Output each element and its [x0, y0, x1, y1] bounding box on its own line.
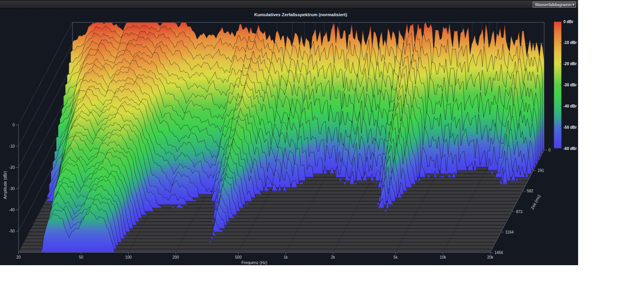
- top-toolbar: Wasserfalldiagramm ▼: [0, 0, 578, 8]
- chevron-down-icon: ▼: [572, 3, 575, 7]
- frequency-axis: 20501002005001k2k5k10k20k: [16, 252, 494, 259]
- time-tick-label: 291: [538, 168, 544, 173]
- amp-tick-label: -20: [9, 165, 15, 170]
- freq-tick-label: 2k: [331, 255, 336, 259]
- time-tick-label: 1456: [494, 251, 503, 255]
- colorbar-label: -10 dBr: [563, 40, 577, 45]
- time-tick-label: 582: [527, 189, 533, 193]
- amp-tick-label: -10: [9, 144, 15, 148]
- amp-tick-label: 0: [12, 123, 15, 127]
- amp-tick-label: -40: [9, 208, 15, 212]
- view-selector-dropdown[interactable]: Wasserfalldiagramm ▼: [533, 2, 576, 8]
- z-axis-label: Zeit (ms): [530, 194, 541, 210]
- time-tick-label: 0: [548, 148, 551, 152]
- colorbar: 0 dBr-10 dBr-20 dBr-30 dBr-40 dBr-50 dBr…: [554, 20, 577, 151]
- amp-tick-label: -50: [9, 229, 15, 233]
- x-axis-label: Frequenz (Hz): [241, 260, 267, 265]
- colorbar-label: 0 dBr: [563, 20, 573, 24]
- freq-tick-label: 50: [79, 255, 84, 259]
- colorbar-label: -20 dBr: [563, 62, 577, 66]
- colorbar-label: -60 dBr: [563, 146, 577, 151]
- chart-title: Kumulatives Zerfallsspektrum (normalisie…: [254, 12, 347, 17]
- waterfall-panel: 0-10-20-30-40-50 20501002005001k2k5k10k2…: [0, 0, 578, 265]
- y-axis-label: Amplitude (dBr): [3, 171, 7, 199]
- waterfall-plot: 0-10-20-30-40-50 20501002005001k2k5k10k2…: [0, 0, 578, 265]
- freq-tick-label: 5k: [393, 255, 398, 259]
- freq-tick-label: 200: [173, 255, 179, 259]
- colorbar-label: -40 dBr: [563, 104, 577, 108]
- amplitude-axis: 0-10-20-30-40-50: [9, 123, 18, 253]
- freq-tick-label: 10k: [440, 255, 446, 259]
- freq-tick-label: 100: [125, 255, 132, 259]
- time-tick-label: 873: [516, 210, 523, 214]
- freq-tick-label: 20: [16, 255, 21, 259]
- freq-tick-label: 500: [235, 255, 242, 259]
- view-selector-value: Wasserfalldiagramm: [535, 2, 572, 7]
- freq-tick-label: 1k: [284, 255, 288, 259]
- freq-tick-label: 20k: [487, 255, 494, 259]
- amp-tick-label: -30: [9, 187, 15, 191]
- colorbar-label: -50 dBr: [563, 125, 577, 130]
- time-tick-label: 1164: [505, 230, 514, 234]
- colorbar-label: -30 dBr: [563, 83, 577, 87]
